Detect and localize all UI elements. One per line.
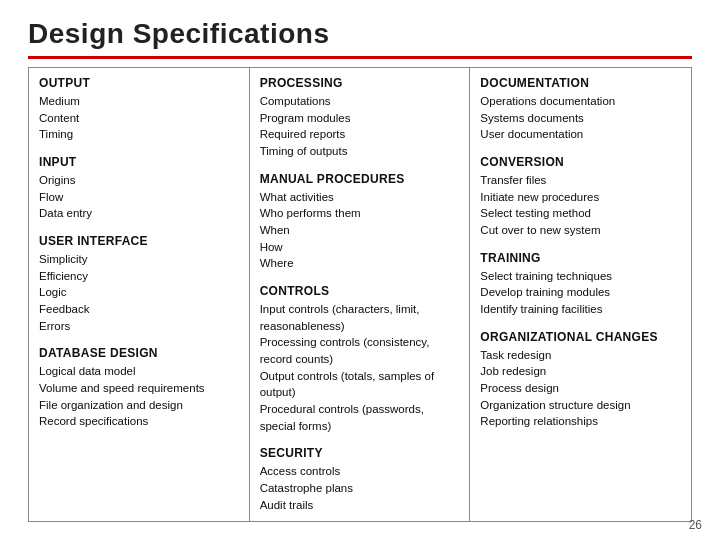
main-content-box: OUTPUTMediumContentTimingINPUTOriginsFlo… [28, 67, 692, 522]
list-item: Catastrophe plans [260, 480, 460, 497]
list-item: Computations [260, 93, 460, 110]
list-item: Volume and speed requirements [39, 380, 239, 397]
list-item: Who performs them [260, 205, 460, 222]
section-items-3-4: Task redesignJob redesignProcess designO… [480, 347, 681, 430]
section-items-1-2: OriginsFlowData entry [39, 172, 239, 222]
list-item: Select testing method [480, 205, 681, 222]
list-item: Cut over to new system [480, 222, 681, 239]
list-item: Output controls (totals, samples of outp… [260, 368, 460, 401]
list-item: Input controls (characters, limit, reaso… [260, 301, 460, 334]
list-item: When [260, 222, 460, 239]
section-heading-3-3: TRAINING [480, 251, 681, 265]
list-item: Flow [39, 189, 239, 206]
list-item: Operations documentation [480, 93, 681, 110]
list-item: Job redesign [480, 363, 681, 380]
section-heading-1-2: INPUT [39, 155, 239, 169]
list-item: Identify training facilities [480, 301, 681, 318]
list-item: Program modules [260, 110, 460, 127]
list-item: Task redesign [480, 347, 681, 364]
list-item: Logic [39, 284, 239, 301]
list-item: Audit trails [260, 497, 460, 514]
list-item: Initiate new procedures [480, 189, 681, 206]
list-item: Timing [39, 126, 239, 143]
section-items-2-4: Access controlsCatastrophe plansAudit tr… [260, 463, 460, 513]
list-item: Organization structure design [480, 397, 681, 414]
list-item: Content [39, 110, 239, 127]
list-item: Required reports [260, 126, 460, 143]
list-item: Logical data model [39, 363, 239, 380]
list-item: Record specifications [39, 413, 239, 430]
section-items-2-3: Input controls (characters, limit, reaso… [260, 301, 460, 434]
list-item: User documentation [480, 126, 681, 143]
column-1: OUTPUTMediumContentTimingINPUTOriginsFlo… [29, 68, 250, 521]
section-items-3-3: Select training techniquesDevelop traini… [480, 268, 681, 318]
list-item: Transfer files [480, 172, 681, 189]
section-heading-2-4: SECURITY [260, 446, 460, 460]
page-number: 26 [689, 518, 702, 532]
list-item: Reporting relationships [480, 413, 681, 430]
section-items-3-1: Operations documentationSystems document… [480, 93, 681, 143]
section-items-1-3: SimplicityEfficiencyLogicFeedbackErrors [39, 251, 239, 334]
section-heading-2-2: MANUAL PROCEDURES [260, 172, 460, 186]
list-item: Efficiency [39, 268, 239, 285]
list-item: Select training techniques [480, 268, 681, 285]
list-item: Medium [39, 93, 239, 110]
section-heading-1-1: OUTPUT [39, 76, 239, 90]
section-heading-3-2: CONVERSION [480, 155, 681, 169]
list-item: Simplicity [39, 251, 239, 268]
section-heading-3-4: ORGANIZATIONAL CHANGES [480, 330, 681, 344]
page-title: Design Specifications [28, 18, 692, 50]
list-item: Access controls [260, 463, 460, 480]
list-item: Processing controls (consistency, record… [260, 334, 460, 367]
list-item: Systems documents [480, 110, 681, 127]
list-item: How [260, 239, 460, 256]
list-item: Timing of outputs [260, 143, 460, 160]
list-item: Data entry [39, 205, 239, 222]
column-3: DOCUMENTATIONOperations documentationSys… [470, 68, 691, 521]
section-heading-2-3: CONTROLS [260, 284, 460, 298]
section-heading-3-1: DOCUMENTATION [480, 76, 681, 90]
list-item: Process design [480, 380, 681, 397]
list-item: Origins [39, 172, 239, 189]
list-item: File organization and design [39, 397, 239, 414]
section-items-2-2: What activitiesWho performs themWhenHowW… [260, 189, 460, 272]
red-divider [28, 56, 692, 59]
list-item: Errors [39, 318, 239, 335]
list-item: What activities [260, 189, 460, 206]
list-item: Develop training modules [480, 284, 681, 301]
title-area: Design Specifications [28, 18, 692, 50]
section-items-1-1: MediumContentTiming [39, 93, 239, 143]
list-item: Feedback [39, 301, 239, 318]
list-item: Procedural controls (passwords, special … [260, 401, 460, 434]
section-heading-1-3: USER INTERFACE [39, 234, 239, 248]
column-2: PROCESSINGComputationsProgram modulesReq… [250, 68, 471, 521]
section-items-1-4: Logical data modelVolume and speed requi… [39, 363, 239, 430]
section-heading-1-4: DATABASE DESIGN [39, 346, 239, 360]
section-items-2-1: ComputationsProgram modulesRequired repo… [260, 93, 460, 160]
section-items-3-2: Transfer filesInitiate new proceduresSel… [480, 172, 681, 239]
page: Design Specifications OUTPUTMediumConten… [0, 0, 720, 540]
section-heading-2-1: PROCESSING [260, 76, 460, 90]
list-item: Where [260, 255, 460, 272]
